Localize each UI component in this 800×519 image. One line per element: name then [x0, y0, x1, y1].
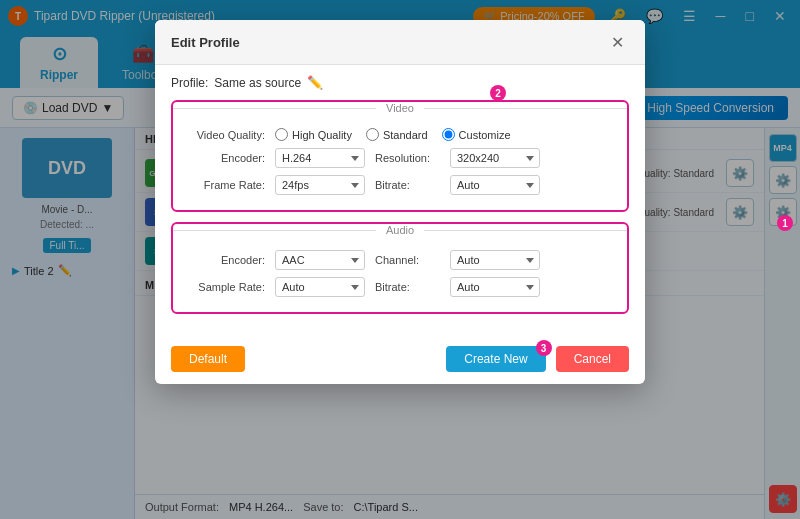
- customize-text: Customize: [459, 129, 511, 141]
- profile-value: Same as source: [214, 76, 301, 90]
- encoder-resolution-row: Encoder: H.264 Resolution: 320x240: [185, 148, 615, 168]
- dialog-title: Edit Profile: [171, 35, 240, 50]
- video-section-title: Video: [376, 102, 424, 114]
- create-new-button[interactable]: Create New: [446, 346, 545, 372]
- video-quality-label: Video Quality:: [185, 129, 265, 141]
- standard-radio-label[interactable]: Standard: [366, 128, 428, 141]
- video-section-box: Video Video Quality: High Quality: [171, 100, 629, 212]
- badge-number-1: 1: [777, 215, 793, 231]
- channel-pair: Channel: Auto: [375, 250, 615, 270]
- resolution-pair: Resolution: 320x240: [375, 148, 615, 168]
- audio-bitrate-pair: Bitrate: Auto: [375, 277, 615, 297]
- encoder-select[interactable]: H.264: [275, 148, 365, 168]
- audio-encoder-select[interactable]: AAC: [275, 250, 365, 270]
- customize-radio-label[interactable]: Customize: [442, 128, 511, 141]
- modal-overlay: Edit Profile 2 ✕ Profile: Same as source…: [0, 0, 800, 519]
- dialog-header: Edit Profile 2 ✕: [155, 20, 645, 65]
- dialog-body: Profile: Same as source ✏️ Video Video Q…: [155, 65, 645, 338]
- sample-rate-label: Sample Rate:: [185, 281, 265, 293]
- channel-label: Channel:: [375, 254, 440, 266]
- badge-number-3: 3: [536, 340, 552, 356]
- profile-label: Profile:: [171, 76, 208, 90]
- audio-section-content: Encoder: AAC Channel: Auto S: [173, 242, 627, 312]
- profile-edit-icon[interactable]: ✏️: [307, 75, 323, 90]
- audio-section-title: Audio: [376, 224, 424, 236]
- frame-rate-label: Frame Rate:: [185, 179, 265, 191]
- standard-text: Standard: [383, 129, 428, 141]
- dialog-close-button[interactable]: ✕: [605, 30, 629, 54]
- bitrate-pair: Bitrate: Auto: [375, 175, 615, 195]
- video-header-line: Video: [173, 102, 627, 114]
- resolution-label: Resolution:: [375, 152, 440, 164]
- video-section-content: Video Quality: High Quality Standard: [173, 120, 627, 210]
- profile-row: Profile: Same as source ✏️: [171, 75, 629, 90]
- dialog-footer: Default Create New 3 Cancel: [155, 338, 645, 384]
- default-button[interactable]: Default: [171, 346, 245, 372]
- customize-radio[interactable]: [442, 128, 455, 141]
- create-new-wrapper: Create New 3: [446, 346, 545, 372]
- audio-bitrate-select[interactable]: Auto: [450, 277, 540, 297]
- high-quality-text: High Quality: [292, 129, 352, 141]
- sample-rate-select[interactable]: Auto: [275, 277, 365, 297]
- video-bitrate-select[interactable]: Auto: [450, 175, 540, 195]
- video-quality-radio-group: High Quality Standard Customize: [275, 128, 615, 141]
- channel-select[interactable]: Auto: [450, 250, 540, 270]
- encoder-label: Encoder:: [185, 152, 265, 164]
- sample-rate-bitrate-row: Sample Rate: Auto Bitrate: Auto: [185, 277, 615, 297]
- framerate-bitrate-row: Frame Rate: 24fps Bitrate: Auto: [185, 175, 615, 195]
- audio-section-box: Audio Encoder: AAC Channel: Auto: [171, 222, 629, 314]
- video-bitrate-label: Bitrate:: [375, 179, 440, 191]
- cancel-button[interactable]: Cancel: [556, 346, 629, 372]
- high-quality-radio[interactable]: [275, 128, 288, 141]
- badge-number-2: 2: [490, 85, 506, 101]
- audio-bitrate-label: Bitrate:: [375, 281, 440, 293]
- high-quality-radio-label[interactable]: High Quality: [275, 128, 352, 141]
- audio-header-line: Audio: [173, 224, 627, 236]
- video-quality-row: Video Quality: High Quality Standard: [185, 128, 615, 141]
- standard-radio[interactable]: [366, 128, 379, 141]
- audio-encoder-label: Encoder:: [185, 254, 265, 266]
- resolution-select[interactable]: 320x240: [450, 148, 540, 168]
- frame-rate-select[interactable]: 24fps: [275, 175, 365, 195]
- edit-profile-dialog: Edit Profile 2 ✕ Profile: Same as source…: [155, 20, 645, 384]
- audio-encoder-channel-row: Encoder: AAC Channel: Auto: [185, 250, 615, 270]
- action-buttons: Create New 3 Cancel: [446, 346, 629, 372]
